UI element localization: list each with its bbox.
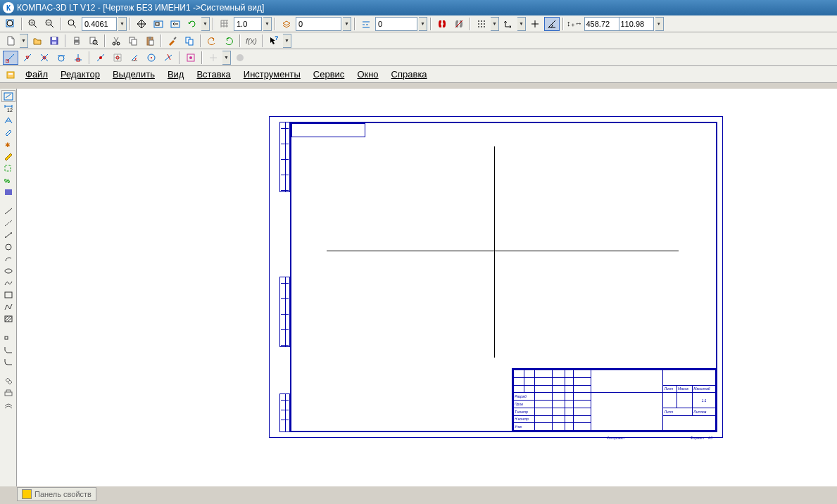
grid-toggle-icon[interactable] (217, 17, 232, 31)
assoc-panel-icon[interactable] (1, 186, 15, 198)
parametr-panel-icon[interactable]: ✱ (1, 138, 15, 150)
library-icon[interactable] (3, 68, 18, 82)
stop-icon[interactable] (232, 51, 248, 65)
layer-icon[interactable] (279, 17, 294, 31)
zoom-out-icon[interactable]: − (42, 17, 58, 31)
zoom-value-input[interactable] (82, 17, 117, 31)
pan-icon[interactable] (134, 17, 149, 31)
polyline-tool-icon[interactable] (1, 301, 15, 313)
edit-panel-icon[interactable] (1, 126, 15, 138)
snap-midpoint-icon[interactable] (20, 51, 35, 65)
fillet-tool-icon[interactable] (1, 355, 15, 367)
hatch-tool-icon[interactable] (1, 313, 15, 325)
line-tool-icon[interactable] (1, 205, 15, 217)
snap-center-icon[interactable] (144, 51, 159, 65)
zoom-prev-icon[interactable] (168, 17, 183, 31)
point-tool-icon[interactable] (1, 332, 15, 344)
object-icon[interactable] (206, 51, 221, 65)
zoom-in-icon[interactable]: + (25, 17, 41, 31)
snap-normal-icon[interactable] (70, 51, 86, 65)
style-dropdown-icon[interactable]: ▼ (419, 17, 427, 31)
menu-insert[interactable]: Вставка (191, 67, 236, 82)
open-icon[interactable] (30, 34, 45, 48)
copy-geom-icon[interactable] (1, 374, 15, 386)
arc-tool-icon[interactable] (1, 253, 15, 265)
menu-help[interactable]: Справка (386, 67, 433, 82)
save-icon[interactable] (46, 34, 62, 48)
scale-input[interactable] (234, 17, 262, 31)
spline-tool-icon[interactable] (1, 277, 15, 289)
new-doc-icon[interactable] (3, 34, 18, 48)
copy-icon[interactable] (125, 34, 141, 48)
coord-y-input[interactable] (619, 18, 653, 30)
redraw-icon[interactable] (184, 17, 200, 31)
undo-icon[interactable] (204, 34, 220, 48)
snap-settings-icon[interactable] (183, 51, 199, 65)
coord-system-icon[interactable] (501, 17, 516, 31)
property-panel-tab[interactable]: Панель свойств (17, 487, 96, 501)
menu-tools[interactable]: Инструменты (238, 67, 306, 82)
snap-angle2-icon[interactable] (127, 51, 142, 65)
spec-panel-icon[interactable]: % (1, 174, 15, 186)
measure-panel-icon[interactable] (1, 150, 15, 162)
snap-off-icon[interactable] (451, 17, 467, 31)
cut-icon[interactable] (108, 34, 124, 48)
menu-select[interactable]: Выделить (107, 67, 161, 82)
snap-on-icon[interactable] (434, 17, 450, 31)
zoom-dropdown-icon[interactable]: ▼ (118, 17, 127, 31)
coord-spin-icon[interactable]: ▾ (655, 17, 664, 31)
left-toolbar: 12 ✱ % (0, 89, 17, 486)
menu-window[interactable]: Окно (351, 67, 384, 82)
redraw-dropdown-icon[interactable]: ▼ (201, 17, 210, 31)
menu-view[interactable]: Вид (162, 67, 190, 82)
snap-intersect-icon[interactable] (37, 51, 52, 65)
grid-dropdown-icon[interactable]: ▼ (491, 17, 499, 31)
help-dropdown-icon[interactable]: ▼ (283, 34, 291, 48)
menu-file[interactable]: Файл (20, 67, 54, 82)
coord-dropdown-icon[interactable]: ▼ (517, 17, 526, 31)
ellipse-tool-icon[interactable] (1, 265, 15, 277)
layer-dropdown-icon[interactable]: ▼ (343, 17, 351, 31)
dimensions-panel-icon[interactable]: 12 (1, 102, 15, 114)
preview-icon[interactable] (86, 34, 101, 48)
menu-service[interactable]: Сервис (308, 67, 351, 82)
menu-edit[interactable]: Редактор (55, 67, 106, 82)
snap-point-icon[interactable] (161, 51, 176, 65)
grid-snap-icon[interactable] (474, 17, 489, 31)
snap-angle-icon[interactable] (544, 17, 560, 31)
snap-endpoint-icon[interactable] (3, 51, 18, 65)
chamfer-tool-icon[interactable] (1, 344, 15, 355)
style-input[interactable] (375, 17, 417, 31)
zoom-fit-icon[interactable] (3, 17, 18, 31)
equid-icon[interactable] (1, 398, 15, 410)
paste-icon[interactable] (142, 34, 158, 48)
help-cursor-icon[interactable]: ? (266, 34, 282, 48)
ortho-icon[interactable] (527, 17, 543, 31)
coord-x-input[interactable] (585, 18, 619, 30)
new-dropdown-icon[interactable]: ▼ (20, 34, 28, 48)
object-dropdown-icon[interactable]: ▼ (222, 51, 231, 65)
segment-icon[interactable] (1, 229, 15, 241)
snap-tangent-icon[interactable] (54, 51, 69, 65)
tree-icon[interactable] (182, 34, 197, 48)
snap-grid-icon[interactable] (110, 51, 125, 65)
zoom-window-icon[interactable] (151, 17, 166, 31)
aux-line-icon[interactable] (1, 217, 15, 229)
symbols-panel-icon[interactable] (1, 114, 15, 126)
scale-dropdown-icon[interactable]: ▼ (263, 17, 272, 31)
variables-icon[interactable]: f(x) (244, 34, 259, 48)
svg-line-6 (51, 25, 54, 27)
snap-nearest-icon[interactable] (93, 51, 108, 65)
geometry-panel-icon[interactable] (1, 90, 15, 102)
zoom-scale-icon[interactable] (65, 17, 80, 31)
layer-input[interactable] (296, 17, 341, 31)
properties-icon[interactable] (165, 34, 180, 48)
collect-icon[interactable] (1, 386, 15, 398)
drawing-viewport[interactable]: ЛистМассаМасштаб Разраб1:1 Пров Т.контрЛ… (17, 89, 837, 486)
linetype-icon[interactable] (358, 17, 374, 31)
rect-tool-icon[interactable] (1, 289, 15, 301)
select-panel-icon[interactable] (1, 162, 15, 174)
circle-tool-icon[interactable] (1, 241, 15, 253)
print-icon[interactable] (69, 34, 84, 48)
redo-icon[interactable] (221, 34, 237, 48)
